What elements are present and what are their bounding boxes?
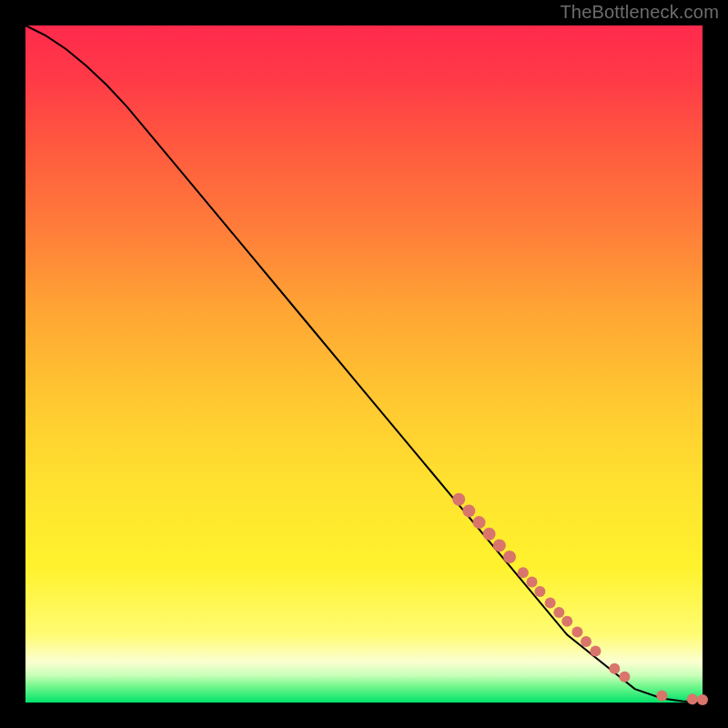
chart-frame: TheBottleneck.com [0, 0, 728, 728]
data-point [561, 616, 572, 627]
data-point [462, 504, 475, 517]
data-point [697, 694, 708, 705]
data-point [609, 663, 620, 674]
data-point [518, 567, 529, 578]
data-point [581, 636, 592, 647]
data-point [473, 516, 486, 529]
data-point [656, 691, 667, 702]
data-point [553, 607, 564, 618]
bottleneck-curve [25, 25, 703, 703]
data-point [503, 551, 516, 563]
data-point [619, 672, 630, 682]
data-point [545, 598, 556, 609]
chart-overlay [25, 25, 703, 703]
data-point [452, 493, 465, 506]
data-point [493, 539, 506, 551]
data-point [687, 693, 698, 704]
data-points [452, 493, 708, 705]
watermark-text: TheBottleneck.com [560, 2, 719, 23]
data-point [571, 627, 582, 638]
plot-area [25, 25, 703, 703]
data-point [590, 646, 601, 657]
data-point [527, 577, 538, 588]
data-point [534, 586, 545, 597]
data-point [483, 528, 496, 541]
